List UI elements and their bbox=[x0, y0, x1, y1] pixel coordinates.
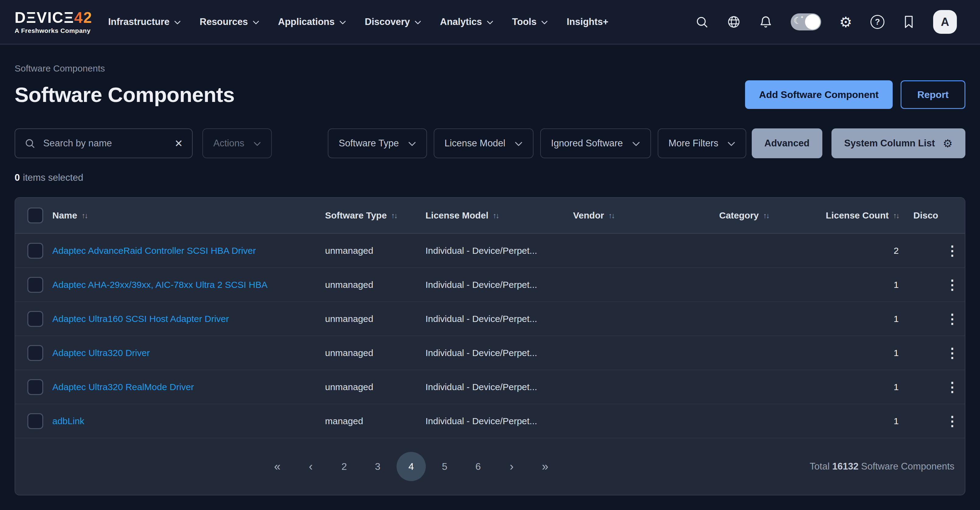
software-type-cell: unmanaged bbox=[325, 348, 425, 358]
column-header-license-model[interactable]: License Model↑↓ bbox=[425, 210, 573, 221]
system-column-list-button[interactable]: System Column List ⚙ bbox=[832, 129, 966, 158]
help-icon[interactable]: ? bbox=[870, 15, 885, 29]
nav-item-discovery[interactable]: Discovery bbox=[365, 16, 421, 27]
notifications-bell-icon[interactable] bbox=[759, 15, 772, 29]
add-software-component-button[interactable]: Add Software Component bbox=[745, 80, 892, 109]
column-header-label: Category↑↓ bbox=[719, 210, 769, 221]
total-prefix: Total bbox=[810, 461, 829, 472]
nav-item-insights[interactable]: Insights+ bbox=[567, 16, 608, 27]
name-cell: Adaptec AdvanceRaid Controller SCSI HBA … bbox=[52, 246, 325, 256]
filter-ignored-software[interactable]: Ignored Software bbox=[540, 129, 651, 158]
header-checkbox-cell bbox=[15, 208, 52, 223]
column-header-vendor[interactable]: Vendor↑↓ bbox=[573, 210, 719, 221]
pagination-next[interactable]: › bbox=[495, 452, 528, 481]
row-checkbox-cell bbox=[15, 311, 52, 327]
software-type-value: unmanaged bbox=[325, 382, 373, 392]
clear-search-icon[interactable]: ✕ bbox=[174, 138, 183, 148]
row-checkbox[interactable] bbox=[27, 243, 43, 259]
pagination-page-3[interactable]: 3 bbox=[361, 452, 395, 481]
pagination-page-2[interactable]: 2 bbox=[328, 452, 361, 481]
sort-icon[interactable]: ↑↓ bbox=[763, 211, 769, 220]
globe-icon[interactable] bbox=[727, 15, 741, 29]
sort-icon[interactable]: ↑↓ bbox=[391, 211, 397, 220]
software-type-cell: unmanaged bbox=[325, 382, 425, 392]
row-checkbox[interactable] bbox=[27, 345, 43, 361]
kebab-menu-icon[interactable]: ⋮ bbox=[946, 278, 959, 292]
nav-item-label: Insights+ bbox=[567, 16, 608, 27]
table-row: Adaptec Ultra320 DriverunmanagedIndividu… bbox=[15, 336, 965, 370]
nav-item-resources[interactable]: Resources bbox=[200, 16, 259, 27]
row-checkbox[interactable] bbox=[27, 379, 43, 395]
kebab-menu-icon[interactable]: ⋮ bbox=[946, 244, 959, 257]
kebab-menu-icon[interactable]: ⋮ bbox=[946, 312, 959, 326]
software-name-link[interactable]: adbLink bbox=[52, 416, 84, 426]
sort-icon[interactable]: ↑↓ bbox=[893, 211, 899, 220]
row-checkbox[interactable] bbox=[27, 413, 43, 429]
pagination-prev[interactable]: ‹ bbox=[294, 452, 328, 481]
filter-software-type[interactable]: Software Type bbox=[328, 129, 427, 158]
pagination-page-4[interactable]: 4 bbox=[396, 452, 426, 481]
license-model-cell: Individual - Device/Perpet... bbox=[425, 314, 573, 324]
row-checkbox[interactable] bbox=[27, 311, 43, 327]
selection-status: 0items selected bbox=[14, 172, 966, 183]
total-suffix: Software Components bbox=[861, 461, 955, 472]
license-count-value: 1 bbox=[894, 382, 899, 392]
pagination-first[interactable]: « bbox=[261, 452, 294, 481]
software-type-value: managed bbox=[325, 416, 363, 426]
selection-label: items selected bbox=[23, 172, 83, 183]
device42-logo[interactable]: DΞVICΞ42 A Freshworks Company bbox=[14, 10, 92, 34]
filter-license-model[interactable]: License Model bbox=[434, 129, 533, 158]
sort-icon[interactable]: ↑↓ bbox=[81, 211, 88, 220]
search-icon[interactable] bbox=[695, 15, 708, 29]
column-header-software-type[interactable]: Software Type↑↓ bbox=[325, 210, 425, 221]
nav-item-tools[interactable]: Tools bbox=[512, 16, 548, 27]
software-name-link[interactable]: Adaptec AdvanceRaid Controller SCSI HBA … bbox=[52, 246, 256, 256]
kebab-menu-icon[interactable]: ⋮ bbox=[946, 380, 959, 394]
license-count-cell: 1 bbox=[797, 348, 899, 358]
search-box[interactable]: ✕ bbox=[14, 129, 192, 158]
advanced-button[interactable]: Advanced bbox=[752, 129, 822, 158]
software-name-link[interactable]: Adaptec Ultra320 Driver bbox=[52, 348, 150, 358]
row-checkbox-cell bbox=[15, 413, 52, 429]
search-input-icon bbox=[24, 138, 35, 149]
report-button[interactable]: Report bbox=[900, 80, 966, 109]
column-header-license-count[interactable]: License Count↑↓ bbox=[797, 210, 899, 221]
kebab-menu-icon[interactable]: ⋮ bbox=[946, 346, 959, 360]
user-avatar[interactable]: A bbox=[933, 10, 957, 34]
search-input[interactable] bbox=[43, 138, 167, 149]
software-name-link[interactable]: Adaptec Ultra160 SCSI Host Adapter Drive… bbox=[52, 314, 229, 324]
bookmark-icon[interactable] bbox=[903, 15, 915, 29]
license-count-cell: 1 bbox=[797, 382, 899, 392]
chevron-down-icon bbox=[727, 141, 735, 146]
column-title: Software Type bbox=[325, 210, 387, 221]
column-header-category[interactable]: Category↑↓ bbox=[719, 210, 797, 221]
chevron-down-icon bbox=[339, 21, 346, 25]
sort-icon[interactable]: ↑↓ bbox=[493, 211, 498, 220]
actions-dropdown[interactable]: Actions bbox=[202, 129, 272, 158]
filter-more-filters[interactable]: More Filters bbox=[658, 129, 746, 158]
settings-gear-icon[interactable]: ⚙ bbox=[839, 15, 852, 29]
column-header-label: License Model↑↓ bbox=[425, 210, 498, 221]
breadcrumb[interactable]: Software Components bbox=[14, 63, 966, 74]
pagination-last[interactable]: » bbox=[528, 452, 562, 481]
kebab-menu-icon[interactable]: ⋮ bbox=[946, 415, 959, 428]
sort-icon[interactable]: ↑↓ bbox=[608, 211, 614, 220]
pagination-page-6[interactable]: 6 bbox=[461, 452, 495, 481]
dark-mode-toggle[interactable]: ☾ ✦ bbox=[791, 13, 821, 30]
select-all-checkbox[interactable] bbox=[27, 208, 43, 223]
column-title: License Count bbox=[826, 210, 889, 221]
column-header-label: Software Type↑↓ bbox=[325, 210, 397, 221]
row-checkbox[interactable] bbox=[27, 277, 43, 293]
nav-item-infrastructure[interactable]: Infrastructure bbox=[108, 16, 181, 27]
pagination-page-5[interactable]: 5 bbox=[428, 452, 461, 481]
software-name-link[interactable]: Adaptec AHA-29xx/39xx, AIC-78xx Ultra 2 … bbox=[52, 280, 267, 290]
software-name-link[interactable]: Adaptec Ultra320 RealMode Driver bbox=[52, 382, 194, 392]
nav-item-analytics[interactable]: Analytics bbox=[440, 16, 493, 27]
page-title: Software Components bbox=[14, 83, 235, 107]
column-header-name[interactable]: Name↑↓ bbox=[52, 210, 325, 221]
license-count-cell: 1 bbox=[797, 314, 899, 324]
nav-item-applications[interactable]: Applications bbox=[278, 16, 346, 27]
chevron-down-icon bbox=[541, 21, 548, 25]
row-actions-cell: ⋮ bbox=[940, 346, 965, 360]
column-header-disco[interactable]: Disco bbox=[899, 210, 940, 221]
